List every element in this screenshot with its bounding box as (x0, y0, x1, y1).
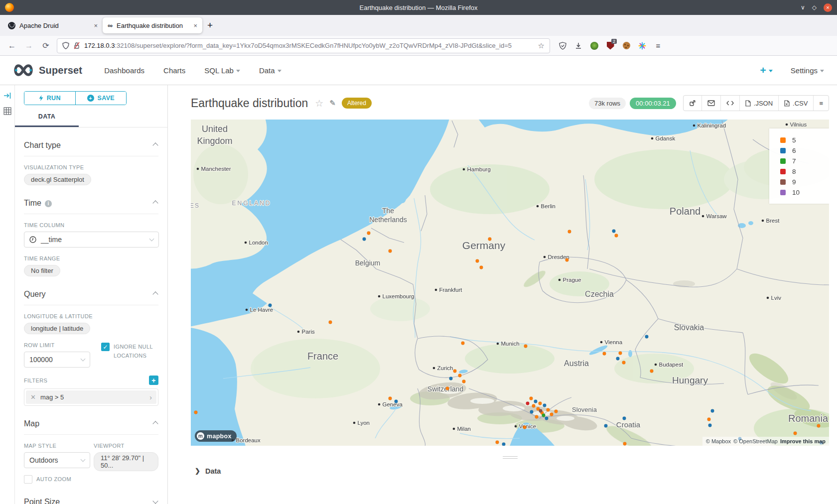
filter-item[interactable]: ✕ mag > 5 › (26, 390, 156, 404)
privacy-badger-icon[interactable] (590, 41, 599, 50)
tab-apache-druid[interactable]: Apache Druid × (3, 17, 103, 33)
data-point[interactable] (603, 352, 606, 356)
data-point[interactable] (794, 432, 797, 435)
data-point[interactable] (526, 402, 530, 405)
email-button[interactable] (701, 96, 720, 111)
data-point[interactable] (619, 352, 622, 355)
legend-item[interactable]: 5 (769, 135, 829, 145)
back-button[interactable]: ← (6, 41, 18, 50)
window-minimize-icon[interactable]: ∨ (801, 4, 805, 11)
data-point[interactable] (650, 370, 654, 373)
chart-menu-button[interactable]: ≡ (813, 96, 829, 111)
data-point[interactable] (622, 361, 626, 365)
tab-close-icon[interactable]: × (94, 22, 98, 29)
cookie-extension-icon[interactable] (622, 41, 631, 50)
data-point[interactable] (523, 426, 527, 429)
data-point[interactable] (532, 404, 536, 408)
mapbox-logo[interactable]: m mapbox (195, 430, 237, 442)
nav-data[interactable]: Data (259, 66, 281, 75)
data-point[interactable] (395, 400, 398, 403)
nav-dashboards[interactable]: Dashboards (104, 66, 144, 75)
data-point[interactable] (542, 414, 546, 417)
favorite-star-icon[interactable]: ☆ (315, 98, 323, 109)
data-point[interactable] (488, 238, 492, 241)
data-point[interactable] (550, 413, 554, 416)
data-point[interactable] (458, 374, 462, 378)
share-link-button[interactable] (684, 96, 701, 111)
attribution-improve-link[interactable]: Improve this map (780, 438, 826, 444)
add-filter-button[interactable]: + (149, 376, 158, 385)
data-results-panel[interactable]: ❯ Data (191, 467, 829, 475)
data-point[interactable] (453, 370, 457, 373)
deckgl-map[interactable]: UnitedKingdomENGLANDESTheNetherlandsBelg… (191, 120, 829, 446)
nav-sql-lab[interactable]: SQL Lab (204, 66, 240, 75)
legend-item[interactable]: 8 (769, 166, 829, 177)
data-point[interactable] (449, 377, 453, 380)
data-point[interactable] (446, 387, 449, 390)
legend-item[interactable]: 6 (769, 145, 829, 156)
ignore-null-checkbox[interactable]: ✓ (101, 343, 110, 351)
settings-menu[interactable]: Settings (791, 66, 824, 75)
data-point[interactable] (612, 230, 616, 233)
shield-icon[interactable] (62, 42, 69, 49)
attribution-osm[interactable]: © OpenStreetMap (733, 438, 778, 444)
embed-code-button[interactable] (720, 96, 739, 111)
datasource-grid-icon[interactable] (3, 107, 11, 115)
data-point[interactable] (502, 443, 506, 446)
section-map[interactable]: Map (24, 419, 158, 435)
data-point[interactable] (707, 418, 711, 421)
window-maximize-icon[interactable]: ◇ (812, 4, 817, 11)
data-point[interactable] (817, 424, 821, 428)
data-point[interactable] (461, 342, 465, 345)
superset-logo[interactable]: Superset (13, 64, 82, 77)
data-point[interactable] (535, 415, 539, 419)
map-style-select[interactable]: Outdoors (24, 452, 90, 468)
data-point[interactable] (530, 410, 534, 414)
data-point[interactable] (623, 442, 627, 446)
data-point[interactable] (547, 408, 550, 412)
window-close-button[interactable]: × (824, 3, 832, 12)
ublock-icon[interactable]: 2 (606, 41, 615, 50)
data-point[interactable] (389, 397, 392, 400)
url-text[interactable]: 172.18.0.3:32108/superset/explore/?form_… (84, 42, 534, 49)
data-point[interactable] (476, 259, 479, 263)
row-limit-select[interactable]: 100000 (24, 352, 90, 368)
export-json-button[interactable]: .JSON (739, 96, 778, 111)
insecure-lock-icon[interactable] (73, 42, 80, 49)
data-point[interactable] (329, 321, 332, 324)
data-point[interactable] (711, 409, 714, 413)
tab-earthquake-distribution[interactable]: ∞ Earthquake distribution × (103, 17, 202, 33)
save-button[interactable]: + SAVE (75, 92, 127, 105)
nav-charts[interactable]: Charts (163, 66, 185, 75)
data-point[interactable] (524, 345, 528, 348)
reload-button[interactable]: ⟳ (40, 41, 52, 50)
data-point[interactable] (604, 424, 608, 428)
downloads-icon[interactable] (574, 41, 583, 50)
filter-expand-icon[interactable]: › (149, 393, 152, 401)
extension-asterisk-icon[interactable] (638, 41, 647, 50)
bookmark-star-icon[interactable]: ☆ (538, 41, 545, 50)
collapse-panel-icon[interactable] (3, 92, 11, 99)
data-point[interactable] (565, 258, 569, 262)
attribution-mapbox[interactable]: © Mapbox (706, 438, 731, 444)
data-point[interactable] (545, 417, 549, 420)
run-button[interactable]: RUN (24, 92, 75, 105)
viewport-value[interactable]: 11° 28' 29.70" | 50... (94, 452, 158, 471)
data-point[interactable] (194, 411, 198, 414)
url-bar[interactable]: 172.18.0.3:32108/superset/explore/?form_… (57, 38, 550, 53)
remove-filter-icon[interactable]: ✕ (30, 393, 36, 401)
data-point[interactable] (480, 266, 483, 269)
time-range-value[interactable]: No filter (24, 265, 60, 276)
new-item-button[interactable]: + (760, 64, 773, 76)
section-query[interactable]: Query (24, 290, 158, 305)
data-point[interactable] (616, 357, 620, 361)
tab-data[interactable]: DATA (15, 113, 79, 127)
data-point[interactable] (543, 404, 547, 407)
export-csv-button[interactable]: .CSV (778, 96, 813, 111)
data-point[interactable] (645, 335, 649, 339)
section-point-size[interactable]: Point Size (24, 498, 158, 504)
data-point[interactable] (462, 380, 466, 383)
section-time[interactable]: Timei (24, 199, 158, 214)
data-point[interactable] (615, 234, 618, 238)
viz-type-value[interactable]: deck.gl Scatterplot (24, 174, 91, 185)
